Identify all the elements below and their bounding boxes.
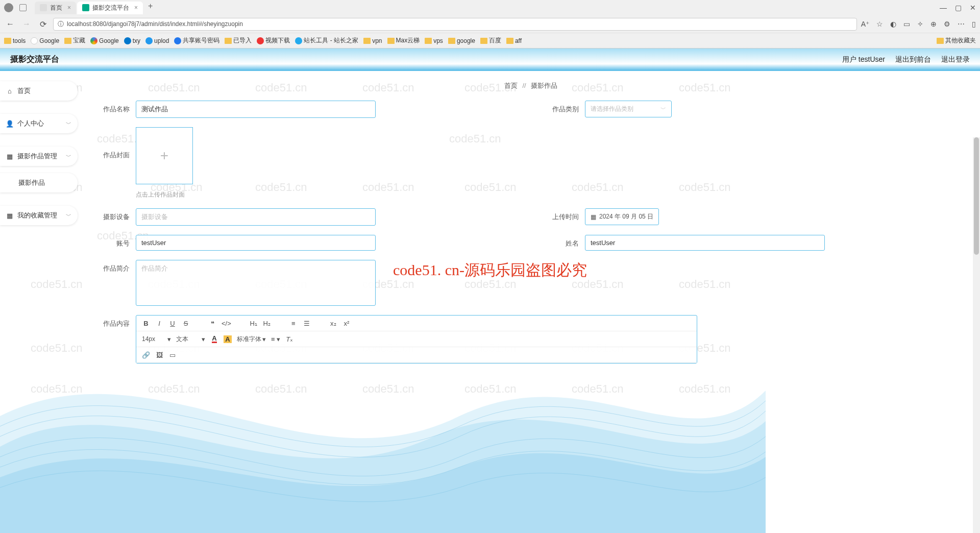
bookmark-item[interactable]: 宝藏: [64, 36, 85, 45]
sidebar-item-works-mgmt[interactable]: ▦ 摄影作品管理 ﹀: [0, 147, 78, 166]
editor-h1[interactable]: H₁: [248, 318, 259, 329]
editor-italic[interactable]: I: [154, 318, 165, 329]
editor-strike[interactable]: S: [180, 318, 191, 329]
sidebar-subitem-works[interactable]: 摄影作品: [0, 173, 78, 192]
label-realname: 姓名: [546, 235, 585, 248]
read-aloud-icon[interactable]: A⁺: [861, 20, 869, 28]
editor-font[interactable]: 标准字体 ▾: [235, 333, 267, 345]
editor-h2[interactable]: H₂: [261, 318, 273, 329]
editor-ul[interactable]: ☰: [301, 318, 312, 329]
bookmark-item[interactable]: Google: [90, 37, 119, 44]
close-icon[interactable]: ✕: [970, 4, 976, 12]
editor-bold[interactable]: B: [140, 318, 152, 329]
editor-clear[interactable]: Tₓ: [284, 333, 295, 345]
editor-color[interactable]: A: [209, 333, 220, 345]
editor-underline[interactable]: U: [167, 318, 178, 329]
app-icon[interactable]: ⚙: [944, 20, 950, 28]
editor-sup[interactable]: x²: [341, 318, 352, 329]
goto-front-link[interactable]: 退出到前台: [895, 55, 931, 64]
editor-ol[interactable]: ≡: [288, 318, 299, 329]
tab-title: 首页: [50, 4, 62, 12]
bookmark-item[interactable]: aff: [506, 37, 522, 44]
logout-link[interactable]: 退出登录: [941, 55, 970, 64]
label-upload-time: 上传时间: [546, 208, 585, 222]
bookmark-item[interactable]: 已导入: [225, 36, 252, 45]
input-account[interactable]: testUser: [136, 235, 376, 251]
editor-paragraph[interactable]: 文本 ▾: [175, 333, 207, 345]
label-category: 作品类别: [546, 101, 585, 114]
sidebar-item-collection[interactable]: ▦ 我的收藏管理 ﹀: [0, 206, 78, 225]
form: 作品名称 测试作品 作品类别 请选择作品类别 ﹀ 作品封面: [97, 101, 965, 373]
sidebar-item-personal[interactable]: 👤 个人中心 ﹀: [0, 114, 78, 133]
profile-icon[interactable]: [4, 3, 13, 12]
input-device[interactable]: 摄影设备: [136, 208, 376, 226]
bookmark-item[interactable]: 视频下载: [257, 36, 290, 45]
bookmark-item[interactable]: 站长工具 - 站长之家: [295, 36, 358, 45]
browser-tab[interactable]: 摄影交流平台 ×: [77, 2, 143, 14]
bookmark-item[interactable]: vps: [425, 37, 443, 44]
editor-link-icon[interactable]: 🔗: [140, 349, 152, 360]
bookmark-item[interactable]: 共享账号密码: [174, 36, 219, 45]
sync-icon[interactable]: ◐: [890, 20, 896, 28]
new-tab-button[interactable]: +: [144, 2, 157, 14]
maximize-icon[interactable]: ▢: [955, 4, 962, 12]
sidebar-item-home[interactable]: ⌂ 首页: [0, 81, 78, 101]
input-upload-time[interactable]: ▦ 2024 年 09 月 05 日: [585, 208, 659, 225]
tab-favicon-icon: [40, 4, 47, 11]
editor-image-icon[interactable]: 🖼: [154, 349, 165, 360]
folder-icon: [425, 38, 432, 44]
browser-tab[interactable]: 首页 ×: [35, 2, 76, 14]
breadcrumb: 首页 // 摄影作品: [97, 81, 965, 90]
favorite-icon[interactable]: ☆: [876, 20, 883, 28]
bookmark-item[interactable]: vpn: [363, 37, 382, 44]
url-input[interactable]: ⓘ localhost:8080/djangoi78j7/admin/dist/…: [53, 18, 857, 31]
editor-sub[interactable]: x₂: [328, 318, 339, 329]
breadcrumb-current: 摄影作品: [531, 82, 557, 89]
more-icon[interactable]: ⋯: [958, 20, 965, 28]
refresh-button[interactable]: ⟳: [37, 19, 49, 29]
editor-code[interactable]: </>: [220, 318, 233, 329]
bookmark-item[interactable]: uplod: [145, 37, 169, 44]
tab-overview-icon[interactable]: [19, 4, 27, 11]
minimize-icon[interactable]: —: [940, 4, 947, 12]
bookmark-item[interactable]: google: [448, 37, 475, 44]
folder-icon: [225, 38, 232, 44]
address-bar: ← → ⟳ ⓘ localhost:8080/djangoi78j7/admin…: [0, 15, 980, 33]
label-intro: 作品简介: [97, 260, 136, 273]
bookmark-item[interactable]: tools: [4, 37, 26, 44]
browser-title-bar: 首页 × 摄影交流平台 × + — ▢ ✕: [0, 0, 980, 15]
bookmark-item[interactable]: txy: [124, 37, 140, 44]
sidebar: ⌂ 首页 👤 个人中心 ﹀ ▦ 摄影作品管理 ﹀ 摄影作品 ▦ 我的收藏管理 ﹀: [0, 71, 82, 533]
bookmark-item[interactable]: Google: [31, 37, 59, 44]
home-icon: ⌂: [6, 87, 13, 94]
other-bookmarks[interactable]: 其他收藏夹: [937, 36, 976, 45]
breadcrumb-home[interactable]: 首页: [504, 82, 518, 89]
back-button[interactable]: ←: [4, 19, 16, 29]
editor-align[interactable]: ≡ ▾: [270, 333, 282, 345]
favorites-icon[interactable]: ✧: [917, 20, 923, 28]
sidebar-icon[interactable]: ▯: [972, 20, 976, 28]
site-info-icon[interactable]: ⓘ: [58, 20, 64, 29]
textarea-intro[interactable]: 作品简介: [136, 260, 376, 306]
tab-close-icon[interactable]: ×: [67, 4, 71, 11]
extensions-icon[interactable]: ⊕: [930, 20, 937, 28]
editor-bgcolor[interactable]: A: [222, 333, 233, 345]
plus-icon: +: [160, 148, 168, 164]
tab-close-icon[interactable]: ×: [134, 4, 138, 11]
label-content: 作品内容: [97, 315, 136, 328]
editor-video-icon[interactable]: ▭: [167, 349, 178, 360]
select-category[interactable]: 请选择作品类别 ﹀: [585, 101, 672, 117]
forward-button[interactable]: →: [20, 19, 33, 29]
breadcrumb-sep: //: [522, 82, 526, 89]
bookmark-item[interactable]: 百度: [480, 36, 501, 45]
page-icon: [31, 37, 38, 44]
editor-fontsize[interactable]: 14px ▾: [140, 333, 173, 345]
user-label[interactable]: 用户 testUser: [842, 55, 885, 64]
upload-cover[interactable]: +: [136, 127, 193, 184]
input-name[interactable]: 测试作品: [136, 101, 376, 118]
collections-icon[interactable]: ▭: [903, 20, 910, 28]
folder-icon: [937, 38, 944, 44]
editor-quote[interactable]: ❝: [207, 318, 218, 329]
input-realname[interactable]: testUser: [585, 235, 825, 251]
bookmark-item[interactable]: Max云梯: [387, 36, 420, 45]
